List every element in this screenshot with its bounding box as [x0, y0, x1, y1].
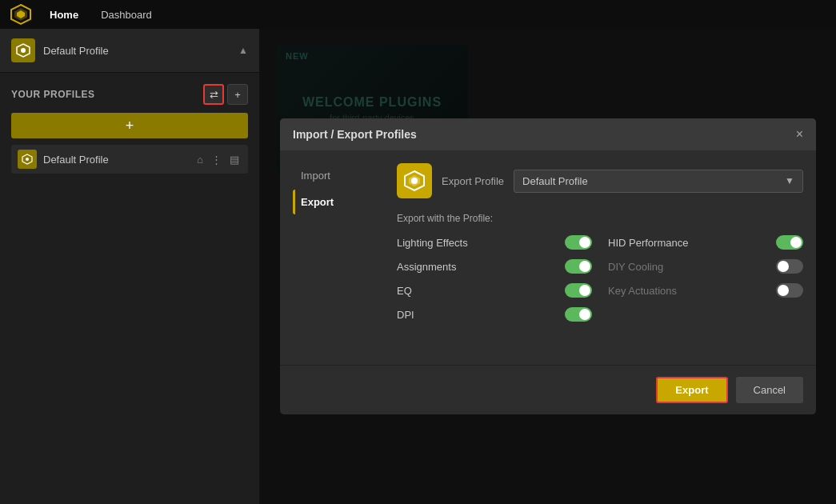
profiles-section: Your Profiles ⇄ + + — [0, 73, 259, 180]
toggle-dpi-switch[interactable] — [565, 307, 592, 322]
toggle-assignments: Assignments — [397, 259, 592, 274]
export-button[interactable]: Export — [656, 377, 727, 403]
dropdown-arrow-icon: ▼ — [785, 175, 794, 186]
modal-export-content: Export Profile Default Profile ▼ Export … — [397, 163, 803, 352]
app-logo — [10, 3, 32, 26]
add-profile-icon-button[interactable]: + — [227, 84, 248, 105]
toggle-keyact-switch[interactable] — [776, 283, 803, 298]
plus-icon: + — [234, 89, 241, 101]
toggle-hid-switch[interactable] — [776, 235, 803, 250]
toggle-assignments-label: Assignments — [397, 261, 456, 273]
toggle-thumb — [579, 237, 590, 248]
modal-header: Import / Export Profiles × — [280, 118, 816, 150]
export-profile-label: Export Profile — [442, 175, 504, 187]
toggle-thumb — [778, 285, 789, 296]
toggles-left-col: Lighting Effects Assignments — [397, 235, 592, 322]
profile-home-icon[interactable]: ⌂ — [194, 152, 206, 167]
modal-body: Import Export — [280, 150, 816, 365]
toggle-thumb — [579, 285, 590, 296]
modal-nav: Import Export — [293, 163, 381, 352]
profile-item-actions: ⌂ ⋮ ▤ — [194, 152, 242, 167]
toggle-hid-label: HID Performance — [608, 237, 688, 249]
add-icon: + — [126, 118, 134, 134]
modal-title: Import / Export Profiles — [293, 128, 417, 141]
toggles-grid: Lighting Effects Assignments — [397, 235, 803, 322]
toggle-hid: HID Performance — [608, 235, 803, 250]
profile-header: Default Profile ▲ — [0, 29, 259, 73]
toggle-lighting-switch[interactable] — [565, 235, 592, 250]
toggle-thumb — [579, 309, 590, 320]
toggle-keyact: Key Actuations — [608, 283, 803, 298]
nav-dashboard[interactable]: Dashboard — [96, 6, 157, 24]
profile-icon — [11, 38, 35, 62]
modal-close-button[interactable]: × — [796, 128, 803, 141]
profile-name-label: Default Profile — [43, 45, 238, 57]
svg-point-4 — [21, 48, 26, 53]
main-layout: Default Profile ▲ Your Profiles ⇄ + + — [0, 29, 836, 504]
svg-point-6 — [26, 158, 29, 161]
nav-import[interactable]: Import — [293, 163, 381, 188]
profile-more-icon[interactable]: ⋮ — [209, 152, 224, 167]
toggle-eq-switch[interactable] — [565, 283, 592, 298]
export-profile-row: Export Profile Default Profile ▼ — [397, 163, 803, 198]
profile-dropdown[interactable]: Default Profile ▼ — [514, 170, 803, 193]
nav-export[interactable]: Export — [293, 190, 381, 214]
sidebar: Default Profile ▲ Your Profiles ⇄ + + — [0, 29, 260, 504]
toggle-eq-label: EQ — [397, 285, 412, 297]
modal-footer: Export Cancel — [280, 365, 816, 414]
import-export-modal: Import / Export Profiles × Import Export — [280, 118, 816, 414]
profile-list-item[interactable]: Default Profile ⌂ ⋮ ▤ — [11, 145, 248, 174]
section-header: Your Profiles ⇄ + — [11, 84, 248, 105]
add-profile-button[interactable]: + — [11, 113, 248, 138]
profile-calendar-icon[interactable]: ▤ — [227, 152, 242, 167]
toggle-assignments-switch[interactable] — [565, 259, 592, 274]
toggle-keyact-label: Key Actuations — [608, 285, 677, 297]
svg-point-9 — [411, 178, 418, 184]
import-export-button[interactable]: ⇄ — [203, 84, 224, 105]
toggle-diy-switch[interactable] — [776, 259, 803, 274]
export-profile-icon — [397, 163, 432, 198]
toggle-thumb — [778, 261, 789, 272]
toggle-eq: EQ — [397, 283, 592, 298]
toggles-right-col: HID Performance DIY Cooling — [608, 235, 803, 322]
content-area: NEW WELCOME PLUGINS for third-party devi… — [260, 29, 836, 504]
cancel-button[interactable]: Cancel — [736, 377, 803, 403]
toggle-thumb — [579, 261, 590, 272]
toggle-dpi: DPI — [397, 307, 592, 322]
dropdown-value: Default Profile — [522, 175, 588, 187]
export-with-label: Export with the Profile: — [397, 213, 803, 224]
toggle-dpi-label: DPI — [397, 309, 414, 321]
profile-list-name: Default Profile — [43, 154, 188, 166]
top-navigation: Home Dashboard — [0, 0, 836, 29]
toggle-diy: DIY Cooling — [608, 259, 803, 274]
transfer-icon: ⇄ — [210, 89, 218, 101]
toggle-lighting-label: Lighting Effects — [397, 237, 468, 249]
chevron-up-icon[interactable]: ▲ — [238, 45, 248, 56]
modal-overlay: Import / Export Profiles × Import Export — [260, 29, 836, 504]
section-title: Your Profiles — [11, 89, 95, 100]
toggle-thumb — [790, 237, 802, 248]
nav-home[interactable]: Home — [45, 6, 83, 24]
toggle-lighting: Lighting Effects — [397, 235, 592, 250]
section-actions: ⇄ + — [203, 84, 248, 105]
toggle-diy-label: DIY Cooling — [608, 261, 663, 273]
profile-list-icon — [18, 150, 37, 169]
